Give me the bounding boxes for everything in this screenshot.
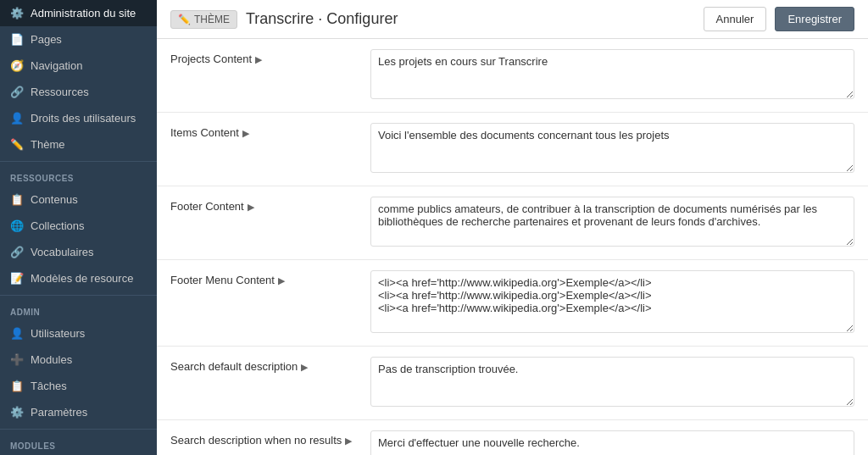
page-title: Transcrire · Configurer <box>246 10 695 28</box>
section-label-admin: ADMIN <box>0 299 157 320</box>
main-area: ✏️ THÈME Transcrire · Configurer Annuler… <box>157 0 868 455</box>
form-row-search-default: Search default description ▶ <box>157 347 868 420</box>
sidebar-parametres-label: Paramètres <box>31 406 87 419</box>
theme-badge-label: THÈME <box>194 14 230 25</box>
parametres-icon: ⚙️ <box>10 406 24 419</box>
form-row-projects-content: Projects Content ▶ <box>157 39 868 113</box>
section-label-ressources: RESSOURCES <box>0 165 157 186</box>
sidebar-taches-label: Tâches <box>31 380 67 392</box>
sidebar-navigation-label: Navigation <box>31 59 82 72</box>
form-row-footer-content: Footer Content ▶ <box>157 186 868 260</box>
content-footer-content <box>370 197 854 249</box>
label-search-default: Search default description ▶ <box>170 357 357 373</box>
content-projects-content <box>370 49 854 102</box>
expand-arrow-footer[interactable]: ▶ <box>248 202 254 213</box>
sidebar-collections-label: Collections <box>31 219 85 232</box>
form-row-items-content: Items Content ▶ <box>157 113 868 186</box>
sidebar-item-parametres[interactable]: ⚙️ Paramètres <box>0 399 157 425</box>
content-footer-menu-content <box>370 270 854 336</box>
label-footer-content: Footer Content ▶ <box>170 197 357 213</box>
divider-1 <box>0 161 157 162</box>
textarea-items-content[interactable] <box>370 123 854 173</box>
theme-icon: ✏️ <box>10 138 24 151</box>
header: ✏️ THÈME Transcrire · Configurer Annuler… <box>157 0 868 39</box>
expand-arrow-footer-menu[interactable]: ▶ <box>278 275 285 286</box>
textarea-search-default[interactable] <box>370 357 854 407</box>
modules-icon: ➕ <box>10 353 24 366</box>
navigation-icon: 🧭 <box>10 59 24 72</box>
divider-3 <box>0 429 157 430</box>
textarea-projects-content[interactable] <box>370 49 854 99</box>
theme-badge-icon: ✏️ <box>178 14 191 25</box>
utilisateurs-icon: 👤 <box>10 327 24 340</box>
expand-arrow-projects[interactable]: ▶ <box>255 54 262 65</box>
sidebar-item-vocabulaires[interactable]: 🔗 Vocabulaires <box>0 239 157 265</box>
sidebar-item-collections[interactable]: 🌐 Collections <box>0 213 157 239</box>
sidebar-item-contenus[interactable]: 📋 Contenus <box>0 186 157 213</box>
taches-icon: 📋 <box>10 380 24 392</box>
sidebar-item-taches[interactable]: 📋 Tâches <box>0 373 157 399</box>
sidebar-item-modules[interactable]: ➕ Modules <box>0 347 157 373</box>
textarea-search-no-results[interactable] <box>370 430 854 455</box>
sidebar-contenus-label: Contenus <box>31 193 78 206</box>
label-footer-menu-content: Footer Menu Content ▶ <box>170 270 357 286</box>
sidebar-item-ressources[interactable]: 🔗 Ressources <box>0 79 157 105</box>
sidebar-pages-label: Pages <box>31 33 62 46</box>
label-projects-content: Projects Content ▶ <box>170 49 357 65</box>
sidebar-admin-label: Administration du site <box>31 7 136 19</box>
sidebar-theme-label: Thème <box>31 138 64 151</box>
divider-2 <box>0 295 157 296</box>
ressources-icon: 🔗 <box>10 86 24 98</box>
save-button[interactable]: Enregistrer <box>775 7 854 31</box>
sidebar-modules-label: Modules <box>31 353 72 366</box>
content-items-content <box>370 123 854 175</box>
sidebar-item-theme[interactable]: ✏️ Thème <box>0 131 157 158</box>
pages-icon: 📄 <box>10 33 24 46</box>
sidebar-utilisateurs-label: Utilisateurs <box>31 327 85 340</box>
textarea-footer-content[interactable] <box>370 197 854 247</box>
expand-arrow-search-default[interactable]: ▶ <box>301 362 308 373</box>
section-label-modules: MODULES <box>0 433 157 454</box>
sidebar-droits-label: Droits des utilisateurs <box>31 112 136 125</box>
droits-icon: 👤 <box>10 112 24 125</box>
form-row-footer-menu-content: Footer Menu Content ▶ <box>157 260 868 347</box>
admin-icon: ⚙️ <box>10 7 24 19</box>
expand-arrow-search-no-results[interactable]: ▶ <box>345 436 352 447</box>
modeles-icon: 📝 <box>10 272 24 285</box>
label-items-content: Items Content ▶ <box>170 123 357 139</box>
form-content: Projects Content ▶ Items Content ▶ Foote… <box>157 39 868 455</box>
sidebar-ressources-label: Ressources <box>31 86 89 98</box>
sidebar-modeles-label: Modèles de resource <box>31 272 133 285</box>
vocabulaires-icon: 🔗 <box>10 246 24 258</box>
label-search-no-results: Search description when no results ▶ <box>170 430 357 447</box>
textarea-footer-menu-content[interactable] <box>370 270 854 333</box>
sidebar-item-admin[interactable]: ⚙️ Administration du site <box>0 0 157 26</box>
sidebar-item-navigation[interactable]: 🧭 Navigation <box>0 53 157 79</box>
content-search-no-results <box>370 430 854 455</box>
theme-badge: ✏️ THÈME <box>170 10 237 29</box>
sidebar-item-utilisateurs[interactable]: 👤 Utilisateurs <box>0 320 157 347</box>
expand-arrow-items[interactable]: ▶ <box>242 128 249 139</box>
form-row-search-no-results: Search description when no results ▶ <box>157 420 868 455</box>
cancel-button[interactable]: Annuler <box>704 7 767 31</box>
contenus-icon: 📋 <box>10 193 24 206</box>
content-search-default <box>370 357 854 409</box>
sidebar: ⚙️ Administration du site 📄 Pages 🧭 Navi… <box>0 0 157 455</box>
sidebar-item-modeles[interactable]: 📝 Modèles de resource <box>0 265 157 291</box>
collections-icon: 🌐 <box>10 219 24 232</box>
sidebar-item-pages[interactable]: 📄 Pages <box>0 26 157 53</box>
sidebar-item-droits[interactable]: 👤 Droits des utilisateurs <box>0 105 157 131</box>
sidebar-vocabulaires-label: Vocabulaires <box>31 246 93 258</box>
